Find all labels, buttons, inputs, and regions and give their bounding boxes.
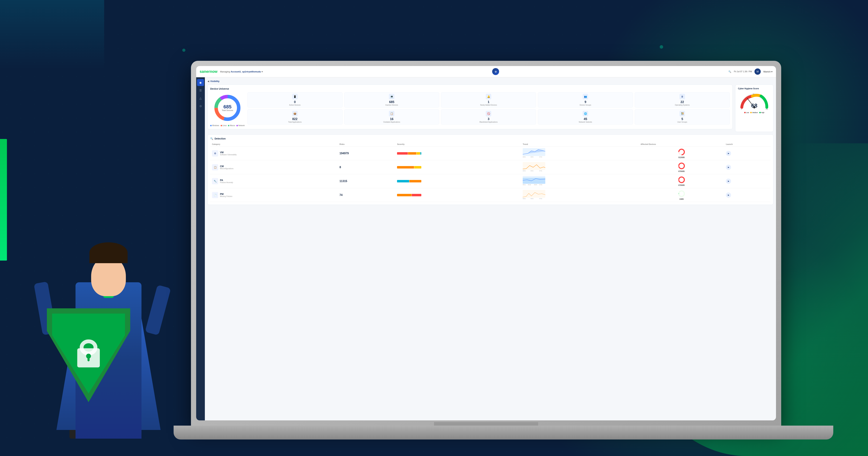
logo-now: now <box>210 69 218 74</box>
severity-bar-cm <box>397 166 421 169</box>
legend-dot-macos <box>228 125 229 126</box>
col-risks: Risks <box>338 142 395 146</box>
td-risks-pa: 11315 <box>338 174 395 188</box>
stat-newly-added[interactable]: 🔔 1 Newly Added Devices <box>441 92 536 108</box>
sev-low-pa <box>397 180 409 182</box>
risk-num-cm: 8 <box>339 166 341 169</box>
gauge-legend-medium: Medium <box>750 112 758 113</box>
deco-dot-1 <box>182 49 185 52</box>
laptop-container: sanernow Managing Account1_sp1rtryw0lomu… <box>156 61 850 408</box>
content-area[interactable]: ◀ Visibility Device Universe <box>205 77 776 420</box>
sidebar-item-menu4[interactable]: ⊙ <box>197 103 204 109</box>
category-name-cm: Misconfigurations <box>220 168 234 170</box>
trend-svg-vm: 06/01 06/01 07/01 <box>523 148 545 158</box>
sev-high-pm <box>397 194 411 196</box>
risk-num-vm: 194979 <box>339 152 349 155</box>
sev-high-pa <box>409 180 422 182</box>
affected-donut-vm <box>678 148 685 156</box>
device-universe-card: Device Universe <box>208 85 733 129</box>
laptop-base <box>174 426 833 439</box>
stat-operating-systems[interactable]: 🖥 22 Operating Systems <box>635 92 730 108</box>
nav-avatar[interactable]: M <box>754 68 761 75</box>
sidebar: ◉ ☰ △ ⊙ <box>196 77 205 420</box>
logo: sanernow <box>199 69 218 74</box>
sidebar-item-menu2[interactable]: ☰ <box>197 87 204 94</box>
td-launch-pm[interactable]: ➤ <box>724 188 771 202</box>
stat-outdated-apps[interactable]: 📋 16 Outdated Applications <box>344 109 439 124</box>
sev-critical-vm <box>397 152 408 154</box>
shield-svg <box>45 303 132 404</box>
stat-device-groups[interactable]: 👥 9 Device Groups <box>538 92 633 108</box>
affected-cell-pa: 670/685 <box>641 176 722 186</box>
category-icon-pm: 📄 <box>212 192 218 198</box>
category-text-pm: PM Missing Policies <box>220 193 232 197</box>
stat-icon-outdated: 📋 <box>389 111 395 116</box>
category-name-pa: Posture Anomaly <box>220 181 233 183</box>
detection-table-body: ⚙ VM Software Vulnerability <box>210 146 771 202</box>
nav-user[interactable]: Manich ▾ <box>763 70 773 73</box>
legend-linux: Linux <box>221 124 227 126</box>
sev-high-cm <box>397 166 414 169</box>
col-trend: Trend <box>521 142 639 146</box>
td-launch-pa[interactable]: ➤ <box>724 174 771 188</box>
cyber-hygiene-title: Cyber Hygiene Score <box>738 87 771 90</box>
nav-globe-icon[interactable]: ⊕ <box>492 68 499 75</box>
nav-account-name[interactable]: Account1_sp1rtryw0lomudu <box>230 70 261 73</box>
svg-text:05/01: 05/01 <box>523 170 526 171</box>
affected-label-pa: 670/685 <box>678 184 685 186</box>
top-row: Device Universe <box>208 85 773 132</box>
nav-search[interactable]: 🔍 <box>728 70 731 73</box>
stat-icon-inactive: 💻 <box>389 94 395 99</box>
col-severity: Severity <box>395 142 521 146</box>
td-risks-cm: 8 <box>338 160 395 174</box>
td-affected-vm: 512/685 <box>639 146 724 160</box>
svg-text:06/01: 06/01 <box>530 170 534 171</box>
stat-label-user-groups: User Groups <box>677 121 687 123</box>
stat-inactive-devices[interactable]: 💻 685 Inactive Devices <box>344 92 439 108</box>
legend-macos: Macos <box>228 124 235 126</box>
trend-cell-vm: 06/01 06/01 07/01 <box>523 148 545 159</box>
stat-total-applications[interactable]: 📦 822 Total Applications <box>247 109 342 124</box>
category-code-pm: PM <box>220 193 232 195</box>
sidebar-item-visibility[interactable]: ◉ <box>197 79 204 86</box>
launch-button-vm[interactable]: ➤ <box>726 151 731 156</box>
launch-button-pm[interactable]: ➤ <box>726 193 731 198</box>
stat-blacklisted-apps[interactable]: 🚫 3 Blacklisted Applications <box>441 109 536 124</box>
launch-button-pa[interactable]: ➤ <box>726 178 731 184</box>
td-trend-vm: 06/01 06/01 07/01 <box>521 146 639 160</box>
stat-num-os: 22 <box>681 101 684 104</box>
sidebar-item-menu3[interactable]: △ <box>197 95 204 102</box>
launch-button-cm[interactable]: ➤ <box>726 165 731 170</box>
td-category-pm: 📄 PM Missing Policies <box>210 188 338 202</box>
donut-wrapper: 685 Total Devices <box>212 92 243 123</box>
svg-rect-26 <box>523 178 545 184</box>
category-text-cm: CM Misconfigurations <box>220 165 234 170</box>
stat-num-active: 0 <box>294 101 296 104</box>
stat-network-subnets[interactable]: 🌐 45 Network Subnets <box>538 109 633 124</box>
sev-low-vm <box>420 152 422 154</box>
stat-icon-subnets: 🌐 <box>583 111 588 116</box>
stat-num-apps: 822 <box>292 117 298 120</box>
stat-label-subnets: Network Subnets <box>579 121 592 123</box>
td-trend-pm: 06/01 06/01 07/01 <box>521 188 639 202</box>
td-launch-cm[interactable]: ➤ <box>724 160 771 174</box>
category-icon-pa: 🔧 <box>212 178 218 184</box>
app-ui: sanernow Managing Account1_sp1rtryw0lomu… <box>196 66 776 420</box>
svg-text:06/11: 06/11 <box>523 184 526 186</box>
cyber-hygiene-score: 68 <box>751 103 757 109</box>
trend-svg-cm: 05/01 06/01 07/01 <box>523 162 545 172</box>
risk-num-pm: 74 <box>339 194 342 197</box>
stats-grid: 📱 0 Active Devices 💻 685 Inactive Device… <box>247 92 730 124</box>
stat-user-groups[interactable]: 🧑‍🤝‍🧑 5 User Groups <box>635 109 730 124</box>
svg-text:06/01: 06/01 <box>523 156 526 158</box>
td-launch-vm[interactable]: ➤ <box>724 146 771 160</box>
detection-table: Category Risks Severity Trend Affected D… <box>210 142 771 202</box>
donut-legend: Windows Linux <box>210 124 245 126</box>
laptop-screen: sanernow Managing Account1_sp1rtryw0lomu… <box>196 66 776 420</box>
svg-point-24 <box>679 163 684 169</box>
search-icon: 🔍 <box>728 70 731 73</box>
category-cell-pm: 📄 PM Missing Policies <box>212 192 336 198</box>
category-cell-vm: ⚙ VM Software Vulnerability <box>212 150 336 156</box>
stat-label-newly-added: Newly Added Devices <box>480 104 497 106</box>
stat-active-devices[interactable]: 📱 0 Active Devices <box>247 92 342 108</box>
